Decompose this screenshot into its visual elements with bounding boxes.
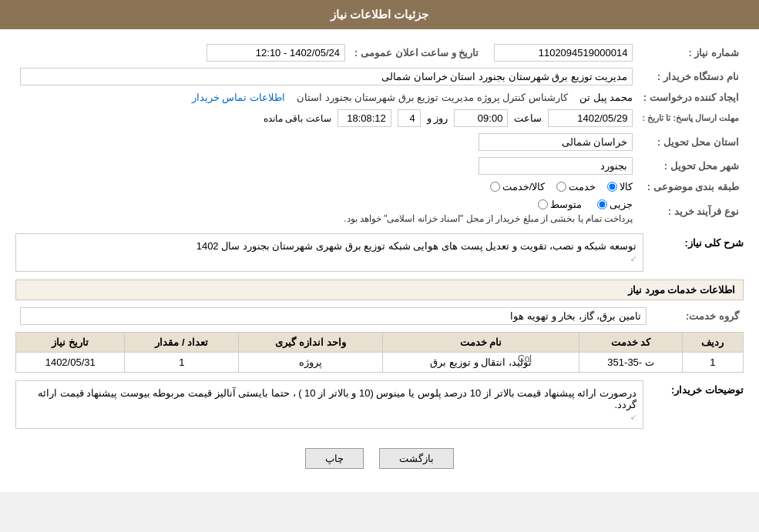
sharh-box: توسعه شبکه و نصب، تقویت و تعدیل پست های … [15, 233, 643, 272]
table-row: 1 ت -35-351 تولید، انتقال و توزیع برق پر… [16, 353, 744, 373]
tavzihat-label: توضیحات خریدار: [651, 380, 744, 396]
services-table: ردیف کد خدمت نام خدمت واحد اندازه گیری ت… [15, 332, 744, 373]
radio-motavaset[interactable]: متوسط [538, 199, 582, 210]
back-button[interactable]: بازگشت [379, 448, 454, 469]
shahr-label: شهر محل تحویل : [637, 154, 744, 178]
name-dasgah-label: نام دستگاه خریدار : [637, 65, 744, 89]
grouh-label: گروه خدمت: [651, 304, 744, 328]
page-header: جزئیات اطلاعات نیاز [0, 0, 759, 29]
ostan-value: خراسان شمالی [15, 130, 637, 154]
tarikh-value: 1402/05/24 - 12:10 [15, 41, 350, 65]
radio-jozii[interactable]: جزیی [597, 199, 633, 210]
mohlat-label: مهلت ارسال پاسخ: تا تاریخ : [637, 106, 744, 130]
shomara-niaz-label: شماره نیاز : [637, 41, 744, 65]
shomara-niaz-value: 1102094519000014 [483, 41, 637, 65]
radio-kala-input[interactable] [607, 182, 617, 192]
radio-khadamat-label: خدمت [569, 181, 596, 192]
cell-kod: ت -35-351 [579, 353, 682, 373]
mohlat-values: 1402/05/29 ساعت 09:00 روز و 4 18:08:12 [15, 106, 637, 130]
tabaqe-label: طبقه بندی موضوعی : [637, 178, 744, 196]
cell-tarikh: 1402/05/31 [16, 353, 125, 373]
col-radif: ردیف [682, 333, 743, 353]
nav-notice: پرداخت تمام یا بخشی از مبلغ خریدار از مح… [20, 213, 633, 224]
cell-vahed: پروژه [239, 353, 382, 373]
ostan-label: استان محل تحویل : [637, 130, 744, 154]
print-button[interactable]: چاپ [305, 448, 364, 469]
col-name: نام خدمت [382, 333, 579, 353]
cell-tedad: 1 [125, 353, 239, 373]
tarikh-label: تاریخ و ساعت اعلان عمومی : [350, 41, 483, 65]
ijad-value: محمد پیل تن کارشناس کنترل پروژه مدیریت ت… [15, 89, 637, 106]
radio-jozii-input[interactable] [597, 199, 607, 209]
col-label: Col [518, 353, 532, 364]
ijad-label: ایجاد کننده درخواست : [637, 89, 744, 106]
col-tedad: تعداد / مقدار [125, 333, 239, 353]
radio-jozii-label: جزیی [610, 199, 633, 210]
cell-radif: 1 [682, 353, 743, 373]
sharh-value: توسعه شبکه و نصب، تقویت و تعدیل پست های … [15, 233, 643, 272]
shahr-value: بجنورد [15, 154, 637, 178]
tavzihat-value: درصورت ارائه پیشنهاد قیمت بالاتر از 10 د… [15, 380, 643, 429]
radio-kala-khadamat-label: کالا/خدمت [502, 181, 546, 192]
contact-link[interactable]: اطلاعات تماس خریدار [192, 92, 285, 103]
buttons-row: بازگشت چاپ [15, 440, 744, 480]
radio-kala-label: کالا [620, 181, 633, 192]
cell-name: تولید، انتقال و توزیع برق [382, 353, 579, 373]
tavzihat-box: درصورت ارائه پیشنهاد قیمت بالاتر از 10 د… [15, 380, 643, 429]
col-tarikh: تاریخ نیاز [16, 333, 125, 353]
nav-options: متوسط جزیی پرداخت تمام یا بخشی از مبلغ خ… [15, 196, 637, 227]
radio-motavaset-label: متوسط [550, 199, 582, 210]
services-header: اطلاعات خدمات مورد نیاز [15, 279, 744, 300]
name-dasgah-value: مدیریت توزیع برق شهرستان بجنورد استان خر… [15, 65, 637, 89]
grouh-value: تامین برق، گاز، بخار و تهویه هوا [15, 304, 651, 328]
nav-label: نوع فرآیند خرید : [637, 196, 744, 227]
col-kod: کد خدمت [579, 333, 682, 353]
col-vahed: واحد اندازه گیری [239, 333, 382, 353]
radio-kala[interactable]: کالا [607, 181, 633, 192]
radio-khadamat[interactable]: خدمت [556, 181, 596, 192]
radio-kala-khadamat-input[interactable] [490, 182, 500, 192]
radio-kala-khadamat[interactable]: کالا/خدمت [490, 181, 546, 192]
radio-motavaset-input[interactable] [538, 199, 548, 209]
tabaqe-options: کالا/خدمت خدمت کالا [15, 178, 637, 196]
page-title: جزئیات اطلاعات نیاز [331, 8, 428, 21]
sharh-label: شرح کلی نیاز: [651, 233, 744, 249]
radio-khadamat-input[interactable] [556, 182, 566, 192]
